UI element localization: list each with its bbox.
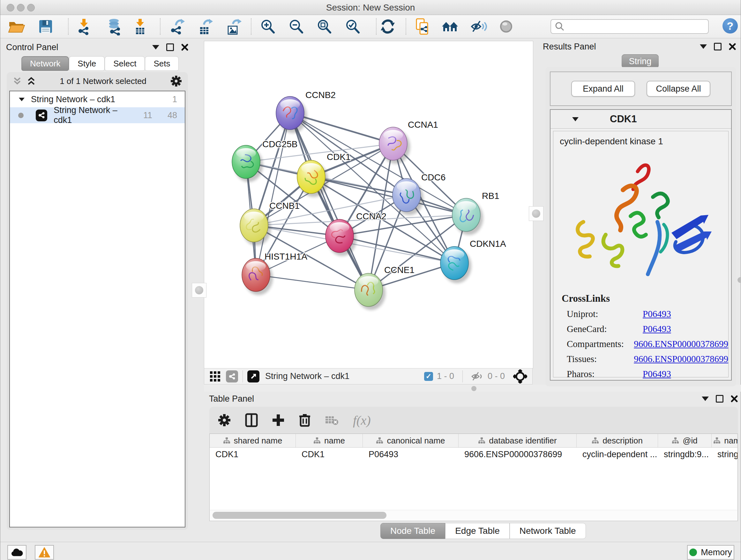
cloud-status-button[interactable]: [7, 545, 26, 560]
network-node-CDC6[interactable]: [393, 179, 423, 215]
network-edge[interactable]: [256, 113, 290, 275]
panel-close-icon[interactable]: [181, 44, 189, 51]
network-graph[interactable]: CCNB2CCNA1CDC25BCDK1CDC6RB1CCNB1CCNA2CDK…: [204, 41, 533, 368]
show-all-icon[interactable]: [497, 17, 515, 36]
crosslink-link[interactable]: P06493: [643, 324, 671, 334]
hide-selected-icon[interactable]: [470, 17, 488, 36]
panel-float-icon[interactable]: [716, 395, 724, 402]
export-table-icon[interactable]: [196, 17, 214, 36]
column-header-namespace[interactable]: namespace: [712, 434, 738, 447]
zoom-out-icon[interactable]: [287, 17, 305, 36]
first-neighbors-icon[interactable]: [441, 17, 459, 36]
entry-expander-icon[interactable]: [571, 116, 579, 122]
network-node-RB1[interactable]: [452, 198, 483, 235]
table-row[interactable]: CDK1CDK1P064939606.ENSP00000378699cyclin…: [210, 448, 738, 461]
panel-float-icon[interactable]: [714, 43, 722, 51]
selected-indicator-checkbox[interactable]: ✓: [424, 372, 433, 381]
column-header-canonical-name[interactable]: canonical name: [363, 434, 459, 447]
network-node-CDK1[interactable]: [297, 160, 328, 197]
network-node-CDKN1A[interactable]: [441, 246, 471, 283]
column-header-shared-name[interactable]: shared name: [210, 434, 296, 447]
open-session-icon[interactable]: [7, 17, 25, 36]
panel-menu-icon[interactable]: [152, 45, 159, 50]
help-icon[interactable]: ?: [723, 18, 738, 34]
application-window: Session: New Session: [0, 0, 741, 560]
network-node-CCNA2[interactable]: [326, 219, 356, 256]
memory-button[interactable]: Memory: [687, 545, 734, 560]
search-field[interactable]: [550, 19, 709, 34]
search-input[interactable]: [568, 21, 708, 32]
network-edge[interactable]: [340, 236, 455, 263]
export-network-icon[interactable]: [168, 17, 186, 36]
tab-style[interactable]: Style: [69, 56, 105, 71]
result-entry-header[interactable]: CDK1: [550, 110, 731, 129]
panel-menu-icon[interactable]: [700, 44, 707, 49]
import-table-from-file-icon[interactable]: [131, 17, 149, 36]
column-header--id[interactable]: @id: [658, 434, 712, 447]
birds-eye-view-icon[interactable]: [513, 369, 527, 383]
collapse-all-icon[interactable]: [12, 76, 22, 86]
crosslink-link[interactable]: P06493: [643, 369, 671, 379]
vertical-splitter-handle-right[interactable]: [529, 206, 543, 221]
expand-all-icon[interactable]: [26, 76, 36, 86]
network-edge[interactable]: [290, 113, 368, 290]
network-node-CDC25B[interactable]: [232, 145, 263, 182]
panel-menu-icon[interactable]: [702, 396, 709, 401]
network-share-view-icon[interactable]: [226, 370, 238, 382]
tab-select[interactable]: Select: [105, 56, 145, 71]
column-header-name[interactable]: name: [296, 434, 363, 447]
import-network-from-file-icon[interactable]: [75, 17, 93, 36]
table-cell: CDK1: [296, 449, 363, 459]
add-column-icon[interactable]: [272, 414, 285, 427]
collapse-all-button[interactable]: Collapse All: [647, 81, 711, 97]
scrollbar-thumb[interactable]: [212, 512, 387, 519]
tree-expander-icon[interactable]: [18, 97, 25, 102]
panel-close-icon[interactable]: [731, 395, 738, 402]
save-session-icon[interactable]: [37, 17, 55, 36]
tab-network[interactable]: Network: [21, 56, 69, 71]
show-columns-icon[interactable]: [245, 413, 258, 427]
panel-float-icon[interactable]: [166, 44, 174, 51]
table-tabs: Node Table Edge Table Network Table: [381, 523, 586, 539]
tab-edge-table[interactable]: Edge Table: [445, 523, 510, 539]
apply-preferred-layout-icon[interactable]: [379, 17, 397, 36]
tab-sets[interactable]: Sets: [145, 56, 179, 71]
expand-all-button[interactable]: Expand All: [571, 81, 635, 97]
table-settings-gear-icon[interactable]: [218, 414, 231, 427]
splitter-grip[interactable]: [471, 386, 476, 391]
new-network-from-selection-icon[interactable]: [414, 17, 431, 36]
horizontal-scrollbar[interactable]: [210, 510, 737, 520]
vertical-splitter-handle-left[interactable]: [192, 283, 206, 298]
import-network-from-database-icon[interactable]: [106, 17, 124, 36]
warning-button[interactable]: [35, 545, 54, 560]
tab-string[interactable]: String: [622, 54, 659, 68]
network-node-CCNE1[interactable]: [354, 273, 386, 310]
hidden-items-icon: [471, 371, 484, 382]
result-entry-body: cyclin-dependent kinase 1: [553, 131, 729, 377]
zoom-in-icon[interactable]: [259, 17, 277, 36]
crosslink-link[interactable]: P06493: [643, 309, 671, 319]
network-edge[interactable]: [256, 275, 368, 290]
gear-icon[interactable]: [170, 75, 182, 87]
tab-node-table[interactable]: Node Table: [381, 523, 445, 539]
crosslink-row: GeneCard:P06493: [562, 324, 728, 334]
crosslink-link[interactable]: 9606.ENSP00000378699: [634, 339, 728, 349]
network-view-canvas[interactable]: CCNB2CCNA1CDC25BCDK1CDC6RB1CCNB1CCNA2CDK…: [204, 41, 533, 368]
network-collection-row[interactable]: String Network – cdk1 1: [10, 91, 185, 107]
network-tree: String Network – cdk1 1 String Network –…: [9, 91, 185, 527]
zoom-selected-region-icon[interactable]: [344, 17, 361, 36]
network-node-CCNB2[interactable]: [276, 97, 307, 133]
network-row[interactable]: String Network – cdk1 11 48: [10, 107, 185, 123]
grid-view-icon[interactable]: [209, 371, 221, 382]
network-node-HIST1H1A[interactable]: [242, 258, 273, 295]
export-image-icon[interactable]: [225, 17, 243, 36]
panel-close-icon[interactable]: [729, 43, 736, 51]
column-header-database-identifier[interactable]: database identifier: [459, 434, 577, 447]
crosslink-link[interactable]: 9606.ENSP00000378699: [634, 354, 728, 364]
tab-network-table[interactable]: Network Table: [510, 523, 586, 539]
window-edge-grip[interactable]: [738, 277, 741, 283]
detach-view-icon[interactable]: [247, 370, 259, 382]
delete-column-icon[interactable]: [299, 413, 311, 427]
zoom-fit-content-icon[interactable]: [315, 17, 333, 36]
column-header-description[interactable]: description: [577, 434, 658, 447]
